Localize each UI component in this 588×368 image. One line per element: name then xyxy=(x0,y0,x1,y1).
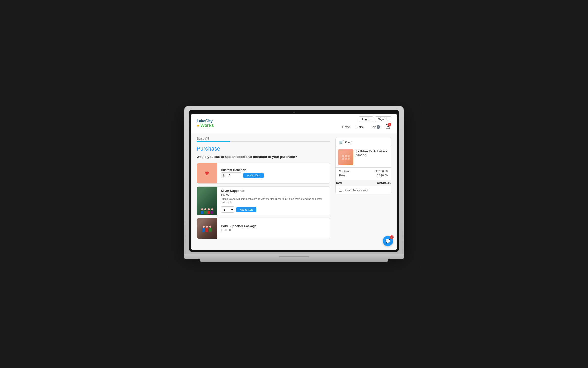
subtotal-label: Subtotal xyxy=(339,170,349,173)
step-indicator: Step 1 of 4 xyxy=(197,137,330,140)
heart-icon: ♥ xyxy=(205,169,209,177)
site-header: LakeCity ★ Works xyxy=(191,114,397,133)
chat-button[interactable]: 3 💬 xyxy=(383,236,393,246)
chat-icon: 💬 xyxy=(385,239,390,244)
page-title: Purchase xyxy=(197,145,330,152)
person-body-1 xyxy=(201,211,203,214)
person-head-3 xyxy=(208,208,210,210)
person-head-4 xyxy=(211,208,213,210)
fees-value: CA$0.00 xyxy=(377,174,388,177)
person-head-1 xyxy=(201,208,203,210)
progress-bar-fill xyxy=(197,141,230,142)
ticket-hole-6 xyxy=(348,158,350,160)
custom-donation-add-cart-button[interactable]: Add to Cart xyxy=(243,173,264,178)
cart-item: 1x Urban Cabin Lottery $100.00 xyxy=(336,147,391,167)
custom-donation-actions: $ Add to Cart xyxy=(221,172,326,178)
cart-total-row: Total CA$100.00 xyxy=(335,180,391,186)
cart-title: Cart xyxy=(345,140,352,144)
nav-home[interactable]: Home xyxy=(340,124,352,130)
silver-supporter-info: Silver Supporter $50.00 Funds raised wil… xyxy=(217,187,330,215)
gold-photo xyxy=(197,218,217,239)
silver-add-cart-button[interactable]: Add to Cart xyxy=(236,207,256,212)
cart-item-info: 1x Urban Cabin Lottery $100.00 xyxy=(356,150,389,165)
gold-supporter-image xyxy=(197,218,217,239)
total-label: Total xyxy=(336,181,342,185)
silver-supporter-card: Silver Supporter $50.00 Funds raised wil… xyxy=(197,186,330,215)
gold-body-1 xyxy=(202,228,205,232)
fees-label: Fees xyxy=(339,174,345,177)
cart-panel: 🛒 Cart xyxy=(335,137,391,194)
silver-qty-select[interactable]: 1 2 3 4 5 xyxy=(221,206,234,213)
nav-row: Home Raffle Help ? xyxy=(340,123,391,131)
silver-supporter-actions: 1 2 3 4 5 Add to Cart xyxy=(221,206,326,213)
gold-person-1 xyxy=(202,226,205,232)
laptop-body: LakeCity ★ Works xyxy=(184,106,404,254)
gold-supporter-name: Gold Supporter Package xyxy=(221,224,326,228)
progress-bar-container xyxy=(197,141,330,142)
silver-supporter-desc: Funds raised will help people living wit… xyxy=(221,197,326,204)
gold-head-3 xyxy=(209,226,211,228)
ticket-hole-5 xyxy=(345,158,347,160)
gold-supporter-card: Gold Supporter Package $100.00 xyxy=(197,218,330,239)
custom-donation-card: ♥ Custom Donation $ Ad xyxy=(197,163,330,184)
person-2 xyxy=(204,208,207,214)
gold-head-2 xyxy=(206,226,208,228)
header-right: Log In Sign Up Home Raffle Help ? xyxy=(340,116,391,131)
ticket-hole-1 xyxy=(342,155,344,157)
cart-footer: Donate Anonymously xyxy=(336,186,391,194)
chat-badge: 3 xyxy=(390,235,394,239)
ticket-hole-3 xyxy=(348,155,350,157)
donation-input-wrapper: $ xyxy=(221,172,241,178)
people-shapes xyxy=(201,208,213,215)
person-body-3 xyxy=(207,211,210,214)
currency-symbol: $ xyxy=(221,173,226,178)
login-button[interactable]: Log In xyxy=(359,116,373,122)
right-panel: 🛒 Cart xyxy=(335,137,391,246)
lottery-ticket-visual xyxy=(338,150,353,165)
nav-raffle[interactable]: Raffle xyxy=(354,124,366,130)
silver-supporter-name: Silver Supporter xyxy=(221,189,326,193)
laptop-base xyxy=(184,254,404,259)
laptop-notch xyxy=(279,256,309,257)
person-body-4 xyxy=(211,211,213,214)
donation-amount-input[interactable] xyxy=(226,173,241,178)
nav-help-label: Help xyxy=(370,125,376,129)
cart-item-name: 1x Urban Cabin Lottery xyxy=(356,150,389,153)
logo-text: LakeCity ★ Works xyxy=(197,119,214,128)
gold-supporter-price: $100.00 xyxy=(221,228,326,232)
cart-fees-row: Fees CA$0.00 xyxy=(339,174,388,177)
subtotal-value: CA$100.00 xyxy=(374,170,388,173)
help-icon: ? xyxy=(377,125,380,129)
custom-donation-name: Custom Donation xyxy=(221,168,326,172)
nav-help[interactable]: Help ? xyxy=(368,124,383,130)
gold-body-2 xyxy=(206,228,208,232)
person-3 xyxy=(207,208,210,214)
left-panel: Step 1 of 4 Purchase Would you like to a… xyxy=(197,137,330,246)
person-1 xyxy=(201,208,203,214)
gold-body-3 xyxy=(209,228,212,232)
gold-person-2 xyxy=(206,226,208,232)
person-body-2 xyxy=(204,211,207,214)
ticket-hole-2 xyxy=(345,155,347,157)
total-value: CA$100.00 xyxy=(377,181,391,185)
gold-head-1 xyxy=(203,226,205,228)
gold-supporter-info: Gold Supporter Package $100.00 xyxy=(217,218,330,239)
signup-button[interactable]: Sign Up xyxy=(375,116,391,122)
custom-donation-image: ♥ xyxy=(197,163,217,183)
cart-item-price: $100.00 xyxy=(356,154,389,157)
website: LakeCity ★ Works xyxy=(191,114,397,250)
cart-header: 🛒 Cart xyxy=(336,137,391,147)
donate-anon-checkbox[interactable] xyxy=(339,189,342,192)
cart-button[interactable]: 1 xyxy=(384,123,391,131)
laptop-screen: LakeCity ★ Works xyxy=(191,114,397,250)
logo[interactable]: LakeCity ★ Works xyxy=(197,119,214,128)
screen-bezel: LakeCity ★ Works xyxy=(189,110,399,252)
cart-header-icon: 🛒 xyxy=(339,140,344,144)
auth-row: Log In Sign Up xyxy=(359,116,391,122)
webcam xyxy=(293,112,295,113)
custom-donation-info: Custom Donation $ Add to Cart xyxy=(217,163,330,183)
person-4 xyxy=(211,208,213,214)
gold-person-3 xyxy=(209,226,212,232)
cart-item-image xyxy=(338,150,353,165)
cart-summary: Subtotal CA$100.00 Fees CA$0.00 xyxy=(336,168,391,180)
